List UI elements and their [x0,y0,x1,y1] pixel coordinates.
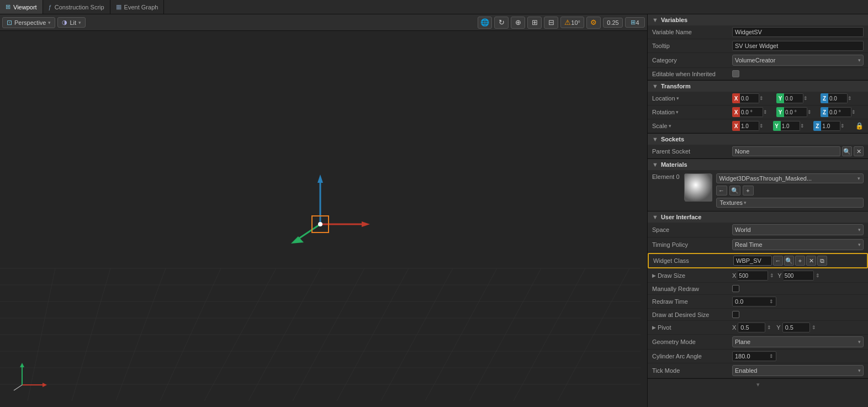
material-search-btn[interactable]: 🔍 [729,186,740,195]
geometry-mode-dropdown[interactable]: Plane ▾ [732,336,864,347]
pivot-y-arrow[interactable]: ⇕ [812,325,816,330]
scale-y-field: Y ⇕ [773,121,813,131]
material-preview[interactable] [684,173,712,201]
materials-title: Materials [661,161,687,168]
timing-dropdown[interactable]: Real Time ▾ [732,239,864,250]
material-add-btn[interactable]: + [743,186,754,195]
draw-size-x-input[interactable] [738,271,768,281]
draw-size-label: Draw Size [658,272,685,279]
widget-class-back-btn[interactable]: ← [773,256,783,266]
widget-class-clear-btn[interactable]: ✕ [806,256,816,266]
wc-search-icon: 🔍 [785,257,793,265]
category-dropdown[interactable]: VolumeCreator ▾ [732,55,864,66]
redraw-time-input[interactable] [735,298,768,305]
draw-size-x-label: X [732,272,736,279]
widget-class-input[interactable] [733,256,772,266]
location-z-label: Z [821,93,828,103]
rotation-y-input[interactable] [784,107,807,117]
editable-checkbox[interactable] [732,70,739,77]
num-button[interactable]: ⊞ 4 [625,17,645,28]
location-x-arrow[interactable]: ⇕ [759,96,764,101]
textures-button[interactable]: Textures ▾ [716,198,864,208]
blueprint-icon: ƒ [49,4,52,10]
redraw-time-arrow[interactable]: ⇕ [769,299,774,304]
wc-back-icon: ← [775,257,781,264]
widget-class-copy-btn[interactable]: ⧉ [817,256,827,266]
variable-name-input[interactable] [732,27,864,37]
scale-y-input[interactable] [781,121,800,131]
rotation-dropdown-arrow: ▾ [676,109,679,115]
wc-add-icon: + [798,257,802,264]
snap-scale-button[interactable]: 0.25 [603,18,623,28]
cylinder-arc-arrow[interactable]: ⇕ [769,353,774,359]
socket-input[interactable] [732,146,840,156]
pivot-x-arrow[interactable]: ⇕ [767,325,771,330]
move-button[interactable]: ⊕ [511,17,525,29]
scale-y-label: Y [773,121,781,131]
location-label: Location [652,95,675,102]
transform-collapse-icon: ▼ [652,83,658,89]
sockets-section: ▼ Sockets Parent Socket 🔍 ✕ [648,134,868,159]
scale-y-arrow[interactable]: ⇕ [800,123,805,129]
widget-class-add-btn[interactable]: + [795,256,805,266]
scale-lock-icon[interactable]: 🔒 [855,122,864,130]
tab-viewport[interactable]: ⊞ Viewport [0,0,43,14]
rotation-y-arrow[interactable]: ⇕ [807,109,812,115]
scale-x-input[interactable] [740,121,759,131]
viewport-canvas[interactable] [0,31,647,407]
manually-redraw-row: Manually Redraw [648,283,868,295]
material-actions: ← 🔍 + [716,186,864,195]
scale-z-field: Z ⇕ [813,121,853,131]
draw-desired-checkbox[interactable] [732,311,739,318]
category-text: VolumeCreator [735,57,775,64]
socket-search-btn[interactable]: 🔍 [842,146,852,156]
category-label: Category [652,57,732,64]
rotation-x-arrow[interactable]: ⇕ [763,109,768,115]
cylinder-arc-input[interactable] [735,353,768,360]
location-z-input[interactable] [828,93,848,103]
lit-button[interactable]: ◑ Lit ▾ [57,17,86,28]
scale-x-arrow[interactable]: ⇕ [759,123,764,129]
widget-class-search-btn[interactable]: 🔍 [784,256,794,266]
rotate-button[interactable]: ↻ [494,17,509,29]
snap-icon-btn[interactable]: ⚙ [586,17,601,29]
socket-clear-btn[interactable]: ✕ [854,146,864,156]
snap-angle-button[interactable]: ⚠ 10° [560,17,584,28]
material-back-btn[interactable]: ← [716,186,727,195]
scale-label: Scale [652,123,668,129]
globe-button[interactable]: 🌐 [478,17,492,29]
tooltip-value [732,41,864,51]
grid-button[interactable]: ⊞ [527,17,542,29]
scale-z-arrow[interactable]: ⇕ [840,123,845,129]
perspective-button[interactable]: ⊡ Location Perspective ▾ [2,17,55,28]
ui-collapse-icon: ▼ [652,214,658,220]
draw-size-x-arrow[interactable]: ⇕ [770,273,774,278]
element0-label: Element 0 [652,173,680,180]
wc-clear-icon: ✕ [809,257,814,265]
location-y-arrow[interactable]: ⇕ [803,96,808,101]
material-dropdown[interactable]: Widget3DPassThrough_Masked... ▾ [716,173,864,183]
manually-redraw-checkbox[interactable] [732,285,739,292]
pivot-x-input[interactable] [738,323,765,332]
location-x-input[interactable] [740,93,759,103]
pivot-y-input[interactable] [782,323,810,332]
tab-event-label: Event Graph [124,4,158,10]
draw-size-y-input[interactable] [784,271,814,281]
tooltip-input[interactable] [732,41,864,51]
location-z-arrow[interactable]: ⇕ [848,96,852,101]
space-dropdown[interactable]: World ▾ [732,224,864,235]
tab-event-graph[interactable]: ▦ Event Graph [110,0,165,14]
tick-mode-dropdown[interactable]: Enabled ▾ [732,365,864,376]
rotation-z-input[interactable] [828,107,851,117]
scale-z-input[interactable] [821,121,840,131]
rotation-z-arrow[interactable]: ⇕ [851,109,856,115]
cylinder-arc-label: Cylinder Arc Angle [652,353,732,360]
rotation-x-input[interactable] [740,107,763,117]
location-y-input[interactable] [784,93,803,103]
location-dropdown-arrow: ▾ [676,96,679,101]
rotation-z-label: Z [821,107,828,117]
location-label-wrap: Location ▾ [652,95,732,102]
tab-construction-script[interactable]: ƒ Construction Scrip [43,0,110,14]
grid2-button[interactable]: ⊟ [544,17,558,29]
draw-size-y-arrow[interactable]: ⇕ [816,273,820,278]
